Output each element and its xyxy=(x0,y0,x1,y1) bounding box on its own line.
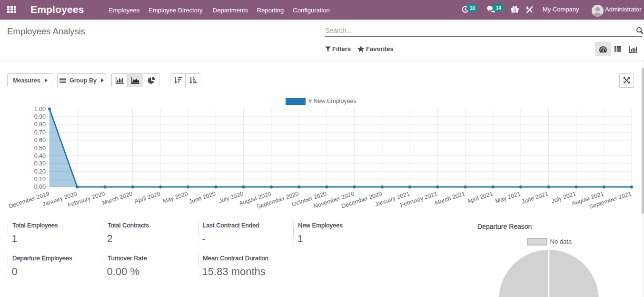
svg-text:0.20: 0.20 xyxy=(34,168,46,175)
svg-text:April 2021: April 2021 xyxy=(466,190,494,205)
svg-text:0.30: 0.30 xyxy=(34,160,46,167)
svg-text:0.80: 0.80 xyxy=(34,121,46,128)
svg-text:March 2020: March 2020 xyxy=(101,190,133,206)
svg-text:0.00: 0.00 xyxy=(34,184,46,190)
svg-text:May 2021: May 2021 xyxy=(495,190,522,205)
svg-text:May 2020: May 2020 xyxy=(162,190,189,205)
svg-text:0.60: 0.60 xyxy=(34,137,46,143)
svg-text:March 2021: March 2021 xyxy=(434,190,466,206)
svg-text:0.90: 0.90 xyxy=(34,113,46,120)
svg-text:June 2021: June 2021 xyxy=(521,190,549,205)
svg-text:0.70: 0.70 xyxy=(34,129,46,136)
svg-text:April 2020: April 2020 xyxy=(134,190,161,205)
svg-text:1.00: 1.00 xyxy=(34,106,46,113)
svg-text:June 2020: June 2020 xyxy=(188,190,217,205)
svg-text:0.40: 0.40 xyxy=(34,153,46,159)
svg-text:0.10: 0.10 xyxy=(34,176,46,183)
svg-text:0.50: 0.50 xyxy=(34,145,46,152)
